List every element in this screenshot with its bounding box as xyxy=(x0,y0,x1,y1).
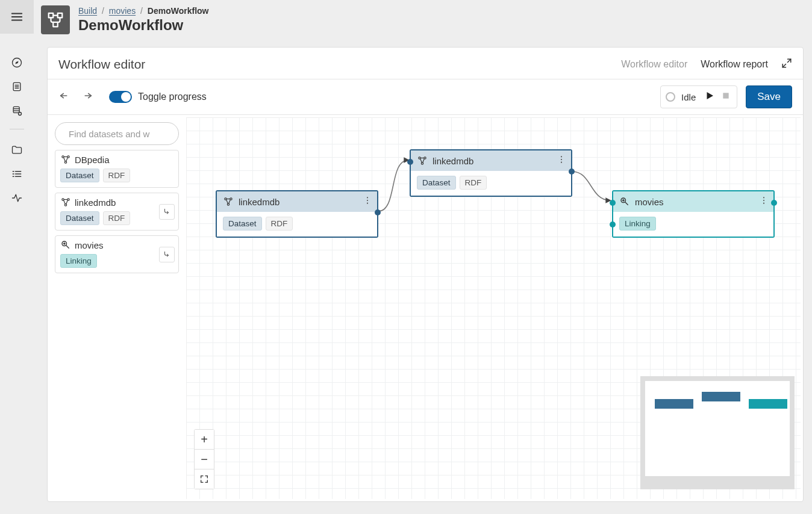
node-menu-button[interactable] xyxy=(557,155,566,167)
svg-marker-24 xyxy=(707,92,714,99)
tag-dataset: Dataset xyxy=(417,176,456,190)
palette-item-title: linkedmdb xyxy=(75,197,116,208)
run-status-pill: Idle xyxy=(660,85,737,108)
toggle-progress-switch[interactable] xyxy=(109,91,132,103)
workflow-canvas[interactable]: linkedmdb Dataset RDF xyxy=(186,117,801,499)
breadcrumb: Build / movies / DemoWorkflow xyxy=(78,6,208,16)
node-output-port[interactable] xyxy=(569,169,575,175)
svg-point-36 xyxy=(64,204,66,206)
breadcrumb-project[interactable]: movies xyxy=(109,6,136,16)
breadcrumb-current: DemoWorkflow xyxy=(148,6,209,16)
rows-icon[interactable] xyxy=(0,162,34,186)
svg-line-31 xyxy=(64,158,66,161)
node-input-port[interactable] xyxy=(610,200,616,206)
node-menu-button[interactable] xyxy=(759,196,769,208)
svg-point-66 xyxy=(763,197,764,198)
svg-point-12 xyxy=(19,113,22,116)
svg-line-32 xyxy=(66,158,68,161)
svg-line-38 xyxy=(66,200,68,204)
database-icon[interactable] xyxy=(0,99,34,123)
svg-point-59 xyxy=(561,156,562,157)
node-output-port[interactable] xyxy=(375,209,381,215)
zoom-out-button[interactable]: − xyxy=(194,449,214,469)
svg-line-23 xyxy=(782,64,785,67)
idle-label: Idle xyxy=(681,92,696,102)
undo-button[interactable] xyxy=(58,89,72,105)
svg-line-22 xyxy=(788,59,791,62)
svg-point-61 xyxy=(561,162,562,163)
nav-rail xyxy=(0,0,34,514)
workflow-card: Workflow editor Workflow editor Workflow… xyxy=(47,47,804,502)
redo-button[interactable] xyxy=(80,89,93,105)
tag-dataset: Dataset xyxy=(223,217,262,231)
palette-sidebar: DBpedia Dataset RDF linkedmdb xyxy=(48,115,186,501)
compass-icon[interactable] xyxy=(0,51,34,75)
app-logo xyxy=(41,5,70,34)
tab-editor[interactable]: Workflow editor xyxy=(621,59,687,70)
svg-point-46 xyxy=(227,203,229,205)
node-title: movies xyxy=(635,197,664,207)
svg-line-41 xyxy=(66,246,69,249)
tag-dataset: Dataset xyxy=(60,211,99,225)
palette-item-linkedmdb[interactable]: linkedmdb Dataset RDF xyxy=(55,193,179,231)
search-input[interactable] xyxy=(67,128,184,140)
node-title: linkedmdb xyxy=(433,156,473,166)
play-button[interactable] xyxy=(704,90,715,104)
tag-rdf: RDF xyxy=(103,169,131,182)
palette-item-title: DBpedia xyxy=(75,155,110,165)
save-button[interactable]: Save xyxy=(746,85,792,108)
tag-dataset: Dataset xyxy=(60,169,99,182)
activity-icon[interactable] xyxy=(0,186,34,210)
menu-toggle-button[interactable] xyxy=(0,0,34,34)
minimap[interactable] xyxy=(640,376,795,489)
insert-button[interactable] xyxy=(159,247,175,262)
svg-line-56 xyxy=(420,159,422,163)
node-linkedmdb-2[interactable]: linkedmdb Dataset RDF xyxy=(410,149,572,197)
svg-point-30 xyxy=(64,161,66,163)
rail-divider xyxy=(10,129,24,129)
node-input-port[interactable] xyxy=(407,159,413,165)
svg-point-52 xyxy=(367,203,368,204)
expand-icon[interactable] xyxy=(781,58,792,71)
svg-line-63 xyxy=(625,202,628,205)
tab-report[interactable]: Workflow report xyxy=(701,59,768,70)
tag-linking: Linking xyxy=(60,254,97,268)
node-input-port[interactable] xyxy=(610,221,616,228)
stop-button[interactable] xyxy=(721,91,731,103)
folder-icon[interactable] xyxy=(0,138,34,162)
zoom-in-button[interactable]: + xyxy=(194,429,214,450)
palette-item-title: movies xyxy=(75,240,104,250)
card-title: Workflow editor xyxy=(58,57,145,72)
svg-rect-9 xyxy=(13,107,19,113)
node-title: linkedmdb xyxy=(239,197,280,207)
topbar: Build / movies / DemoWorkflow DemoWorkfl… xyxy=(34,0,812,40)
toggle-progress-label: Toggle progress xyxy=(138,91,207,102)
svg-point-60 xyxy=(561,159,562,160)
insert-button[interactable] xyxy=(159,204,175,220)
zoom-fit-button[interactable] xyxy=(194,469,214,489)
tag-rdf: RDF xyxy=(103,211,131,225)
svg-line-48 xyxy=(229,200,231,203)
palette-item-movies[interactable]: movies Linking xyxy=(55,235,179,273)
idle-indicator-icon xyxy=(666,92,675,102)
tag-rdf: RDF xyxy=(266,217,293,231)
svg-line-57 xyxy=(423,159,425,163)
node-menu-button[interactable] xyxy=(363,196,372,208)
tag-rdf: RDF xyxy=(460,176,487,190)
zoom-controls: + − xyxy=(194,429,214,489)
svg-line-37 xyxy=(64,200,66,204)
node-output-port[interactable] xyxy=(771,200,777,206)
svg-point-51 xyxy=(367,200,368,201)
page-title: DemoWorkflow xyxy=(78,17,208,34)
list-icon[interactable] xyxy=(0,75,34,99)
svg-point-55 xyxy=(421,163,423,164)
breadcrumb-build[interactable]: Build xyxy=(78,6,97,16)
search-input-wrap[interactable] xyxy=(55,122,179,145)
node-movies[interactable]: movies Linking xyxy=(612,190,775,238)
node-linkedmdb-1[interactable]: linkedmdb Dataset RDF xyxy=(216,190,378,238)
svg-point-50 xyxy=(367,197,368,198)
svg-rect-21 xyxy=(53,22,58,27)
palette-item-dbpedia[interactable]: DBpedia Dataset RDF xyxy=(55,150,179,188)
svg-marker-4 xyxy=(16,61,19,64)
svg-point-67 xyxy=(763,200,764,201)
